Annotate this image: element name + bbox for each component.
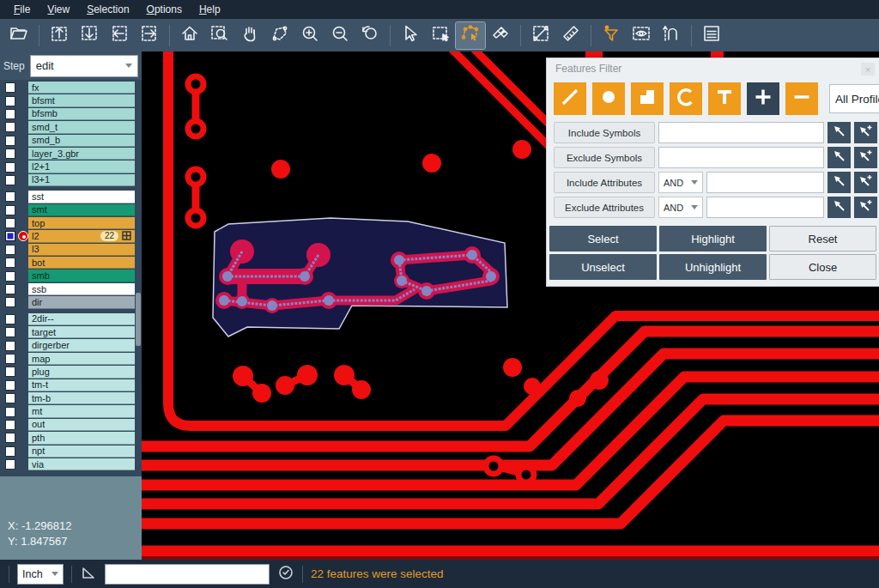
close-icon[interactable]: × xyxy=(861,63,875,76)
layer-row-top[interactable]: top xyxy=(0,217,142,229)
layer-checkbox[interactable] xyxy=(5,218,15,228)
exclude-attributes-operator-dropdown[interactable]: AND xyxy=(658,197,703,218)
layer-row-bot[interactable]: bot xyxy=(0,257,142,269)
ruler-button[interactable] xyxy=(556,22,585,49)
layer-checkbox[interactable] xyxy=(5,420,15,430)
snap-button[interactable] xyxy=(657,22,686,49)
layer-checkbox-checked[interactable] xyxy=(5,231,15,241)
reset-button[interactable]: Reset xyxy=(769,226,876,252)
polygon-select-button[interactable] xyxy=(456,22,485,49)
zoom-window-button[interactable] xyxy=(205,22,234,49)
layer-row-bfsmb[interactable]: bfsmb xyxy=(0,108,142,120)
layer-row-pth[interactable]: pth xyxy=(0,432,142,444)
include-symbols-input[interactable] xyxy=(658,122,824,143)
layer-row-smt[interactable]: smt xyxy=(0,204,142,216)
export-left-button[interactable] xyxy=(105,22,134,49)
layer-row-dir[interactable]: dir xyxy=(0,296,142,308)
layer-checkbox[interactable] xyxy=(5,433,15,443)
include-symbols-button[interactable]: Include Symbols xyxy=(554,122,655,143)
layer-checkbox[interactable] xyxy=(5,245,15,255)
layer-row-bfsmt[interactable]: bfsmt xyxy=(0,94,142,106)
layer-checkbox[interactable] xyxy=(5,407,15,417)
layer-checkbox[interactable] xyxy=(5,314,15,324)
select-arrow-button[interactable] xyxy=(396,22,425,49)
pick-add-attribute-button[interactable] xyxy=(854,172,877,193)
layer-checkbox[interactable] xyxy=(5,191,15,202)
feature-type-arc-button[interactable] xyxy=(670,82,702,115)
features-filter-button[interactable] xyxy=(597,22,626,49)
layer-checkbox[interactable] xyxy=(5,459,15,470)
highlight-button[interactable]: Highlight xyxy=(659,226,767,252)
layer-checkbox[interactable] xyxy=(5,297,15,307)
feature-type-pad-button[interactable] xyxy=(592,82,625,115)
measure-button[interactable] xyxy=(526,22,555,49)
layer-row-fx[interactable]: fx xyxy=(0,82,142,94)
export-top-button[interactable] xyxy=(45,22,74,49)
layer-row-smb[interactable]: smb xyxy=(0,270,142,282)
layer-checkbox[interactable] xyxy=(5,109,15,119)
refresh-check-icon[interactable] xyxy=(277,564,294,585)
layer-checkbox[interactable] xyxy=(5,367,15,377)
zoom-previous-button[interactable] xyxy=(355,22,385,49)
layer-row-ssb[interactable]: ssb xyxy=(0,283,142,295)
layer-checkbox[interactable] xyxy=(5,271,15,282)
layer-checkbox[interactable] xyxy=(5,122,15,132)
menu-file[interactable]: File xyxy=(5,1,39,18)
exclude-symbols-input[interactable] xyxy=(658,147,824,168)
feature-type-line-button[interactable] xyxy=(554,82,586,115)
zoom-polygon-button[interactable] xyxy=(265,22,294,49)
pick-symbol-button[interactable] xyxy=(827,122,851,143)
layer-row-l3plus1[interactable]: l3+1 xyxy=(0,174,142,186)
zoom-out-button[interactable] xyxy=(325,22,355,49)
remove-filter-button[interactable] xyxy=(785,82,818,115)
export-right-button[interactable] xyxy=(135,22,164,49)
rectangle-select-button[interactable] xyxy=(426,22,455,49)
layer-checkbox[interactable] xyxy=(5,380,15,391)
pick-attribute-button[interactable] xyxy=(827,172,851,193)
layer-checkbox[interactable] xyxy=(5,175,15,185)
pick-add-symbol-button[interactable] xyxy=(854,147,877,168)
layer-checkbox[interactable] xyxy=(5,96,15,106)
menu-options[interactable]: Options xyxy=(138,1,191,18)
exclude-attributes-button[interactable]: Exclude Attributes xyxy=(554,197,655,218)
export-bottom-button[interactable] xyxy=(75,22,104,49)
grid-table-icon[interactable] xyxy=(122,231,131,240)
layer-row-target[interactable]: target xyxy=(0,326,142,338)
include-attributes-button[interactable]: Include Attributes xyxy=(554,172,655,193)
zoom-in-button[interactable] xyxy=(295,22,324,49)
pick-attribute-button[interactable] xyxy=(827,197,851,218)
layer-checkbox[interactable] xyxy=(5,327,15,337)
layer-row-2dir[interactable]: 2dir-- xyxy=(0,313,142,325)
pan-button[interactable] xyxy=(235,22,264,49)
layer-checkbox[interactable] xyxy=(5,354,15,364)
profile-dropdown[interactable]: All Profile xyxy=(829,84,879,113)
layer-row-tm-t[interactable]: tm-t xyxy=(0,379,142,391)
layer-checkbox[interactable] xyxy=(5,149,15,159)
layer-row-tm-b[interactable]: tm-b xyxy=(0,392,142,404)
pick-symbol-button[interactable] xyxy=(827,147,851,168)
menu-view[interactable]: View xyxy=(39,1,78,18)
include-attributes-input[interactable] xyxy=(706,172,824,193)
layers-panel-button[interactable] xyxy=(697,22,726,49)
close-button[interactable]: Close xyxy=(769,254,876,280)
home-view-button[interactable] xyxy=(175,22,204,49)
layer-checkbox[interactable] xyxy=(5,393,15,403)
layer-checkbox[interactable] xyxy=(5,446,15,457)
exclude-symbols-button[interactable]: Exclude Symbols xyxy=(554,147,655,168)
layer-row-mt[interactable]: mt xyxy=(0,405,142,417)
layer-checkbox[interactable] xyxy=(5,82,15,93)
view-window-button[interactable] xyxy=(627,22,656,49)
pick-add-symbol-button[interactable] xyxy=(854,122,877,143)
feature-type-surface-button[interactable] xyxy=(631,82,664,115)
layer-row-l3[interactable]: l3 xyxy=(0,244,142,256)
layer-row-via[interactable]: via xyxy=(0,458,142,470)
layer-row-l2[interactable]: l2 22 xyxy=(0,230,142,242)
select-button[interactable]: Select xyxy=(549,226,657,252)
step-dropdown[interactable]: edit xyxy=(30,55,138,77)
clear-highlight-button[interactable] xyxy=(486,22,515,49)
pick-add-attribute-button[interactable] xyxy=(854,197,877,218)
unselect-button[interactable]: Unselect xyxy=(549,254,657,280)
layer-checkbox[interactable] xyxy=(5,162,15,173)
layer-row-layer_3[interactable]: layer_3.gbr xyxy=(0,148,142,160)
units-dropdown[interactable]: Inch xyxy=(17,564,64,585)
